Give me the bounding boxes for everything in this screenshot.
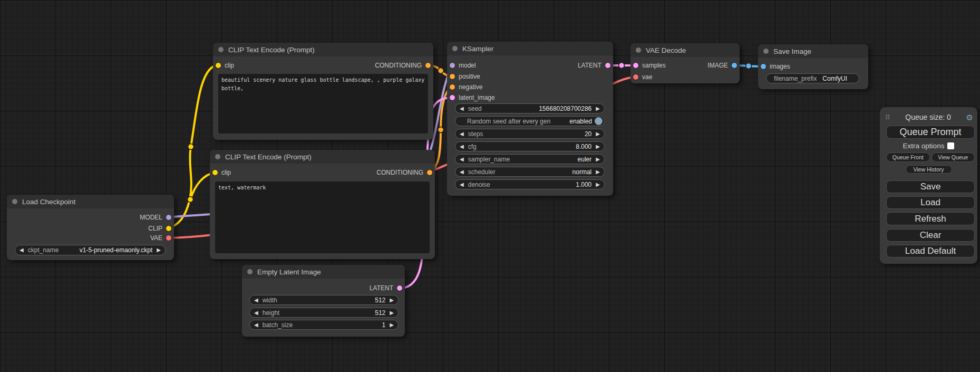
- batch-size-widget[interactable]: ◀ batch_size 1 ▶: [249, 320, 399, 330]
- node-title-bar[interactable]: Empty Latent Image: [242, 265, 405, 279]
- decrement-arrow-icon[interactable]: ◀: [254, 322, 258, 328]
- cfg-widget[interactable]: ◀ cfg 8.000 ▶: [455, 141, 605, 151]
- load-default-button[interactable]: Load Default: [886, 245, 975, 257]
- output-latent[interactable]: LATENT: [370, 284, 402, 292]
- output-image[interactable]: IMAGE: [707, 61, 737, 70]
- collapse-dot-icon[interactable]: [452, 46, 458, 51]
- denoise-widget[interactable]: ◀ denoise 1.000 ▶: [455, 179, 605, 189]
- clear-button[interactable]: Clear: [886, 229, 975, 242]
- reroute-dot-latent[interactable]: [619, 63, 625, 69]
- model-port-icon[interactable]: [450, 63, 455, 68]
- increment-arrow-icon[interactable]: ▶: [596, 144, 600, 149]
- output-conditioning[interactable]: CONDITIONING: [376, 168, 432, 177]
- clip-port-icon[interactable]: [166, 226, 171, 231]
- node-load-checkpoint[interactable]: Load Checkpoint MODEL CLIP VAE ◀ ckpt_na…: [7, 195, 174, 260]
- negative-prompt-textarea[interactable]: text, watermark: [215, 182, 430, 253]
- next-arrow-icon[interactable]: ▶: [596, 157, 600, 162]
- prev-arrow-icon[interactable]: ◀: [20, 247, 24, 253]
- seed-widget[interactable]: ◀ seed 156680208700286 ▶: [455, 103, 605, 113]
- input-latent-image[interactable]: latent_image: [450, 93, 495, 102]
- prev-arrow-icon[interactable]: ◀: [460, 169, 464, 175]
- conditioning-port-icon[interactable]: [450, 84, 455, 90]
- input-clip[interactable]: clip: [216, 61, 234, 70]
- increment-arrow-icon[interactable]: ▶: [596, 131, 600, 137]
- decrement-arrow-icon[interactable]: ◀: [254, 298, 258, 303]
- drag-handle-icon[interactable]: ⠿: [885, 114, 890, 121]
- node-title-bar[interactable]: VAE Decode: [630, 43, 740, 57]
- queue-prompt-button[interactable]: Queue Prompt: [886, 126, 975, 139]
- prev-arrow-icon[interactable]: ◀: [460, 157, 464, 162]
- node-save-image[interactable]: Save Image images filename_prefix ComfyU…: [758, 44, 868, 89]
- increment-arrow-icon[interactable]: ▶: [390, 322, 394, 328]
- next-arrow-icon[interactable]: ▶: [157, 247, 161, 253]
- conditioning-port-icon[interactable]: [450, 74, 455, 79]
- decrement-arrow-icon[interactable]: ◀: [460, 106, 464, 111]
- view-queue-button[interactable]: View Queue: [932, 152, 975, 162]
- node-vae-decode[interactable]: VAE Decode samples vae IMAGE: [630, 43, 740, 83]
- increment-arrow-icon[interactable]: ▶: [596, 106, 600, 111]
- input-samples[interactable]: samples: [633, 61, 666, 70]
- collapse-dot-icon[interactable]: [636, 47, 641, 53]
- conditioning-port-icon[interactable]: [427, 170, 432, 175]
- input-model[interactable]: model: [450, 61, 476, 70]
- output-vae[interactable]: VAE: [150, 234, 171, 242]
- steps-widget[interactable]: ◀ steps 20 ▶: [455, 129, 605, 139]
- input-images[interactable]: images: [761, 62, 790, 71]
- random-seed-toggle[interactable]: Random seed after every gen enabled: [455, 116, 605, 126]
- vae-port-icon[interactable]: [166, 235, 171, 241]
- model-port-icon[interactable]: [166, 215, 171, 220]
- width-widget[interactable]: ◀ width 512 ▶: [249, 295, 399, 305]
- input-clip[interactable]: clip: [212, 168, 231, 177]
- node-title-bar[interactable]: KSampler: [447, 42, 613, 55]
- node-empty-latent-image[interactable]: Empty Latent Image LATENT ◀ width 512 ▶ …: [242, 265, 405, 337]
- load-button[interactable]: Load: [886, 196, 975, 209]
- reroute-dot-conditioning-positive[interactable]: [438, 68, 444, 74]
- decrement-arrow-icon[interactable]: ◀: [460, 144, 464, 149]
- input-vae[interactable]: vae: [633, 73, 652, 81]
- node-ksampler[interactable]: KSampler model positive negative latent_…: [447, 42, 613, 196]
- node-clip-encode-positive[interactable]: CLIP Text Encode (Prompt) clip CONDITION…: [213, 43, 433, 140]
- scheduler-widget[interactable]: ◀ scheduler normal ▶: [455, 167, 605, 177]
- node-graph-canvas[interactable]: Load Checkpoint MODEL CLIP VAE ◀ ckpt_na…: [0, 0, 980, 372]
- reroute-dot-conditioning-negative[interactable]: [438, 127, 444, 133]
- output-conditioning[interactable]: CONDITIONING: [375, 61, 431, 70]
- collapse-dot-icon[interactable]: [247, 269, 253, 274]
- latent-port-icon[interactable]: [450, 95, 455, 100]
- input-positive[interactable]: positive: [450, 72, 480, 81]
- next-arrow-icon[interactable]: ▶: [596, 169, 600, 175]
- settings-gear-icon[interactable]: ⚙: [966, 113, 973, 121]
- increment-arrow-icon[interactable]: ▶: [596, 182, 600, 187]
- extra-options-checkbox[interactable]: [947, 142, 954, 149]
- decrement-arrow-icon[interactable]: ◀: [460, 131, 464, 137]
- ckpt-name-widget[interactable]: ◀ ckpt_name v1-5-pruned-emaonly.ckpt ▶: [15, 245, 166, 255]
- collapse-dot-icon[interactable]: [763, 49, 769, 54]
- clip-port-icon[interactable]: [212, 170, 218, 175]
- collapse-dot-icon[interactable]: [215, 154, 220, 159]
- clip-port-icon[interactable]: [216, 63, 221, 68]
- toggle-knob-icon[interactable]: [595, 117, 603, 125]
- increment-arrow-icon[interactable]: ▶: [390, 310, 394, 316]
- decrement-arrow-icon[interactable]: ◀: [460, 182, 464, 187]
- collapse-dot-icon[interactable]: [12, 199, 17, 204]
- queue-menu-panel[interactable]: ⠿ Queue size: 0 ⚙ Queue Prompt Extra opt…: [880, 107, 977, 264]
- image-port-icon[interactable]: [732, 63, 737, 68]
- latent-port-icon[interactable]: [633, 63, 638, 68]
- node-title-bar[interactable]: Save Image: [758, 44, 868, 58]
- conditioning-port-icon[interactable]: [425, 63, 431, 68]
- collapse-dot-icon[interactable]: [218, 47, 224, 52]
- increment-arrow-icon[interactable]: ▶: [390, 298, 394, 303]
- reroute-dot-image[interactable]: [746, 63, 752, 69]
- view-history-button[interactable]: View History: [906, 165, 952, 174]
- output-clip[interactable]: CLIP: [148, 224, 171, 233]
- filename-prefix-widget[interactable]: filename_prefix ComfyUI: [766, 73, 859, 83]
- output-model[interactable]: MODEL: [140, 213, 171, 222]
- height-widget[interactable]: ◀ height 512 ▶: [249, 308, 399, 318]
- decrement-arrow-icon[interactable]: ◀: [254, 310, 258, 316]
- latent-port-icon[interactable]: [397, 285, 402, 291]
- image-port-icon[interactable]: [761, 64, 766, 69]
- node-clip-encode-negative[interactable]: CLIP Text Encode (Prompt) clip CONDITION…: [210, 150, 435, 259]
- node-title-bar[interactable]: CLIP Text Encode (Prompt): [213, 43, 433, 56]
- output-latent[interactable]: LATENT: [578, 61, 610, 70]
- reroute-dot-clip-lower[interactable]: [188, 197, 193, 203]
- latent-port-icon[interactable]: [605, 63, 610, 68]
